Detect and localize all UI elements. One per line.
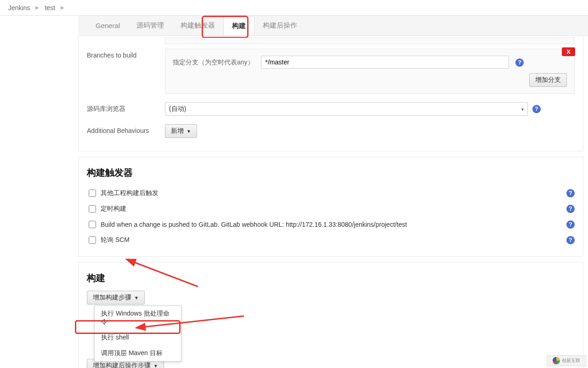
- help-icon[interactable]: ?: [515, 58, 524, 67]
- branch-spec-label: 指定分支（为空时代表any）: [173, 58, 254, 67]
- help-icon[interactable]: ?: [566, 189, 575, 197]
- caret-down-icon: ▼: [134, 295, 139, 300]
- branches-to-build-label: Branches to build: [87, 49, 165, 59]
- tab-scm[interactable]: 源码管理: [128, 17, 172, 34]
- trigger-label: 定时构建: [101, 205, 562, 213]
- repo-browser-label: 源码库浏览器: [87, 102, 165, 113]
- build-section-title: 构建: [87, 272, 575, 284]
- delete-branch-button[interactable]: X: [562, 47, 575, 56]
- tab-build[interactable]: 构建: [223, 17, 254, 35]
- trigger-checkbox-upstream[interactable]: [89, 190, 96, 197]
- trigger-label: Build when a change is pushed to GitLab.…: [101, 221, 562, 228]
- help-icon[interactable]: ?: [566, 205, 575, 213]
- caret-down-icon: ▼: [187, 129, 191, 134]
- chevron-down-icon: ▾: [521, 107, 524, 112]
- branch-spec-input[interactable]: [261, 56, 509, 69]
- breadcrumb-root[interactable]: Jenkins: [8, 4, 30, 12]
- trigger-checkbox-timer[interactable]: [89, 205, 96, 213]
- add-build-step-button[interactable]: 增加构建步骤▼: [87, 291, 145, 305]
- trigger-label: 其他工程构建后触发: [101, 189, 562, 197]
- help-icon[interactable]: ?: [532, 105, 541, 113]
- trigger-checkbox-scm-poll[interactable]: [89, 236, 96, 244]
- trigger-label: 轮询 SCM: [101, 236, 562, 244]
- build-triggers-title: 构建触发器: [87, 167, 575, 179]
- help-icon[interactable]: ?: [566, 220, 575, 229]
- caret-down-icon: ▼: [153, 363, 158, 368]
- tab-post[interactable]: 构建后操作: [254, 17, 305, 34]
- config-tabs: General 源码管理 构建触发器 构建 构建后操作: [78, 16, 588, 36]
- menu-item-execute-shell[interactable]: 执行 shell: [95, 330, 181, 345]
- tab-general[interactable]: General: [87, 17, 128, 34]
- trigger-checkbox-gitlab[interactable]: [89, 221, 96, 228]
- chevron-right-icon: ▶: [61, 5, 64, 11]
- watermark-logo-icon: [553, 357, 560, 364]
- breadcrumb: Jenkins ▶ test ▶: [0, 0, 588, 16]
- menu-item-windows-batch[interactable]: 执行 Windows 批处理命令: [95, 306, 181, 330]
- additional-behaviours-label: Additional Behaviours: [87, 124, 165, 134]
- repo-browser-select[interactable]: (自动) ▾: [165, 102, 528, 116]
- chevron-right-icon: ▶: [35, 5, 39, 11]
- breadcrumb-project[interactable]: test: [45, 4, 55, 12]
- menu-item-maven[interactable]: 调用顶层 Maven 目标: [95, 345, 181, 361]
- left-gutter: [0, 16, 78, 368]
- tab-triggers[interactable]: 构建触发器: [172, 17, 223, 34]
- add-behaviour-button[interactable]: 新增▼: [165, 124, 197, 138]
- watermark: 创新互联: [547, 355, 586, 366]
- add-branch-button[interactable]: 增加分支: [529, 73, 567, 87]
- add-build-step-menu: 执行 Windows 批处理命令 执行 shell 调用顶层 Maven 目标: [94, 305, 181, 362]
- help-icon[interactable]: ?: [566, 236, 575, 244]
